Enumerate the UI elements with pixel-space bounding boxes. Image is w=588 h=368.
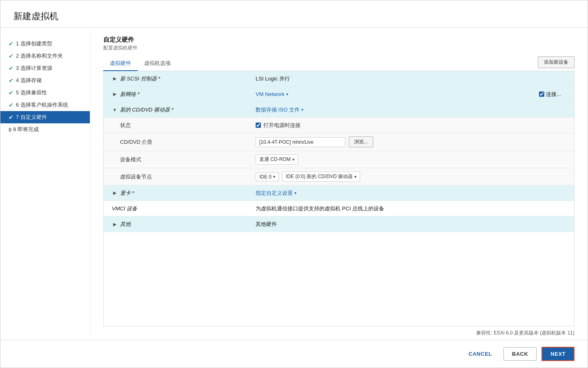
add-device-button[interactable]: 添加新设备 [538, 56, 575, 68]
table-row: VMCI 设备为虚拟机通信接口提供支持的虚拟机 PCI 总线上的设备 [104, 201, 574, 216]
check-icon: ✔ [9, 77, 13, 84]
table-row: 设备模式直通 CD-ROM ▾ [104, 151, 574, 168]
row-right: 直通 CD-ROM ▾ [251, 151, 574, 168]
wizard-sidebar: ✔1 选择创建类型✔2 选择名称和文件夹✔3 选择计算资源✔4 选择存储✔5 选… [0, 28, 90, 340]
status-checkbox-label[interactable]: 打开电源时连接 [256, 122, 301, 129]
connect-checkbox[interactable]: 连接... [539, 91, 569, 98]
sidebar-item-4[interactable]: ✔4 选择存储 [0, 74, 90, 87]
row-left: ▶新 SCSI 控制器 * [104, 72, 251, 86]
sidebar-item-label: 3 选择计算资源 [16, 65, 52, 72]
dropdown-value[interactable]: 数据存储 ISO 文件 ▾ [256, 106, 303, 114]
back-button[interactable]: BACK [503, 347, 537, 361]
row-right: 为虚拟机通信接口提供支持的虚拟机 PCI 总线上的设备 [251, 202, 574, 216]
sidebar-item-label: 1 选择创建类型 [16, 40, 52, 47]
row-label: 新网络 * [120, 91, 140, 98]
row-label: 新的 CD/DVD 驱动器 * [120, 106, 174, 114]
node-dropdown-1[interactable]: IDE 0 ▾ [256, 172, 279, 181]
sidebar-item-label: 6 选择客户机操作系统 [16, 101, 68, 109]
row-left: ▶新网络 * [104, 87, 251, 101]
sidebar-item-label: 8 即将完成 [13, 126, 39, 133]
row-left: ▶显卡 * [104, 186, 251, 200]
check-icon: ✔ [9, 40, 13, 47]
tab-虚拟机选项[interactable]: 虚拟机选项 [138, 56, 177, 71]
cancel-button[interactable]: CANCEL [462, 348, 499, 360]
node-dropdown-2[interactable]: IDE (0:0) 新的 CD/DVD 驱动器 ▾ [282, 172, 360, 182]
expand-icon[interactable]: ▶ [112, 91, 118, 97]
dropdown-value[interactable]: 指定自定义设置 ▾ [256, 190, 296, 197]
section-title: 自定义硬件 [103, 36, 575, 44]
sidebar-item-6[interactable]: ✔6 选择客户机操作系统 [0, 99, 90, 111]
table-row: ▼新的 CD/DVD 驱动器 *数据存储 ISO 文件 ▾ [104, 102, 574, 118]
browse-button[interactable]: 浏览... [349, 136, 373, 147]
table-row: ▶新 SCSI 控制器 *LSI Logic 并行 [104, 71, 574, 87]
sidebar-item-5[interactable]: ✔5 选择兼容性 [0, 87, 90, 99]
check-icon: ✔ [9, 53, 13, 59]
sidebar-item-7[interactable]: ✔7 自定义硬件 [0, 111, 90, 123]
row-right: 浏览... [251, 133, 574, 151]
check-icon: ✔ [9, 102, 13, 108]
wizard-footer: CANCEL BACK NEXT [0, 340, 588, 368]
compatibility-text: 兼容性: ESXi 6.0 及更高版本 (虚拟机版本 11) [103, 326, 575, 340]
media-input[interactable] [256, 137, 345, 147]
row-left: VMCI 设备 [104, 202, 251, 216]
row-right: LSI Logic 并行 [251, 72, 574, 86]
expand-icon[interactable]: ▶ [112, 221, 118, 227]
sidebar-item-label: 7 自定义硬件 [16, 114, 47, 121]
sidebar-item-label: 2 选择名称和文件夹 [16, 52, 63, 60]
row-right: 打开电源时连接 [251, 118, 574, 132]
sidebar-item-label: 4 选择存储 [16, 77, 42, 84]
table-row: ▶显卡 *指定自定义设置 ▾ [104, 185, 574, 201]
row-value: 其他硬件 [256, 221, 277, 228]
row-right: 其他硬件 [251, 217, 574, 231]
row-label: 新 SCSI 控制器 * [120, 75, 160, 83]
row-left: 虚拟设备节点 [104, 170, 251, 184]
row-right: 数据存储 ISO 文件 ▾ [251, 103, 574, 117]
row-left: ▼新的 CD/DVD 驱动器 * [104, 103, 251, 117]
next-button[interactable]: NEXT [541, 347, 575, 361]
row-right: 指定自定义设置 ▾ [251, 186, 574, 200]
row-left: CD/DVD 介质 [104, 135, 251, 149]
check-icon: ✔ [9, 89, 13, 96]
expand-icon[interactable]: ▶ [112, 76, 118, 82]
wizard-title: 新建虚拟机 [13, 10, 575, 22]
tab-虚拟硬件[interactable]: 虚拟硬件 [103, 56, 138, 71]
row-left: ▶其他 [104, 217, 251, 231]
section-subtitle: 配置虚拟机硬件 [103, 45, 575, 51]
status-label: 打开电源时连接 [263, 122, 301, 129]
table-row: ▶其他其他硬件 [104, 216, 574, 232]
table-row: 状态 打开电源时连接 [104, 118, 574, 133]
wizard-container: 新建虚拟机 ✔1 选择创建类型✔2 选择名称和文件夹✔3 选择计算资源✔4 选择… [0, 0, 588, 368]
expand-icon[interactable]: ▶ [112, 190, 118, 196]
wizard-header: 新建虚拟机 [0, 0, 588, 28]
wizard-body: ✔1 选择创建类型✔2 选择名称和文件夹✔3 选择计算资源✔4 选择存储✔5 选… [0, 28, 588, 340]
sidebar-item-1[interactable]: ✔1 选择创建类型 [0, 38, 90, 50]
sidebar-item-8[interactable]: 8 8 即将完成 [0, 123, 90, 136]
mode-dropdown[interactable]: 直通 CD-ROM ▾ [256, 154, 298, 165]
table-row: ▶新网络 *VM Network ▾ 连接... [104, 87, 574, 102]
wizard-main: 自定义硬件 配置虚拟机硬件 虚拟硬件虚拟机选项添加新设备 ▶新 SCSI 控制器… [90, 28, 588, 340]
sidebar-item-label: 5 选择兼容性 [16, 89, 47, 96]
row-label: VMCI 设备 [112, 205, 137, 212]
sidebar-item-2[interactable]: ✔2 选择名称和文件夹 [0, 50, 90, 62]
row-left: 状态 [104, 118, 251, 132]
row-value: 为虚拟机通信接口提供支持的虚拟机 PCI 总线上的设备 [256, 205, 384, 212]
row-label: 其他 [120, 221, 131, 228]
row-right: VM Network ▾ 连接... [251, 87, 574, 101]
table-row: CD/DVD 介质浏览... [104, 133, 574, 151]
dropdown-value[interactable]: VM Network ▾ [256, 91, 288, 97]
collapse-icon[interactable]: ▼ [112, 107, 118, 113]
check-icon: ✔ [9, 65, 13, 71]
row-left: 设备模式 [104, 153, 251, 167]
row-label: 显卡 * [120, 190, 134, 197]
check-icon: ✔ [9, 114, 13, 120]
row-right: IDE 0 ▾IDE (0:0) 新的 CD/DVD 驱动器 ▾ [251, 168, 574, 185]
table-row: 虚拟设备节点IDE 0 ▾IDE (0:0) 新的 CD/DVD 驱动器 ▾ [104, 168, 574, 185]
hardware-table: ▶新 SCSI 控制器 *LSI Logic 并行▶新网络 *VM Networ… [103, 71, 575, 326]
step-number: 8 [9, 127, 11, 133]
sidebar-item-3[interactable]: ✔3 选择计算资源 [0, 62, 90, 74]
tabs-bar: 虚拟硬件虚拟机选项添加新设备 [103, 56, 575, 71]
row-value: LSI Logic 并行 [256, 75, 290, 83]
